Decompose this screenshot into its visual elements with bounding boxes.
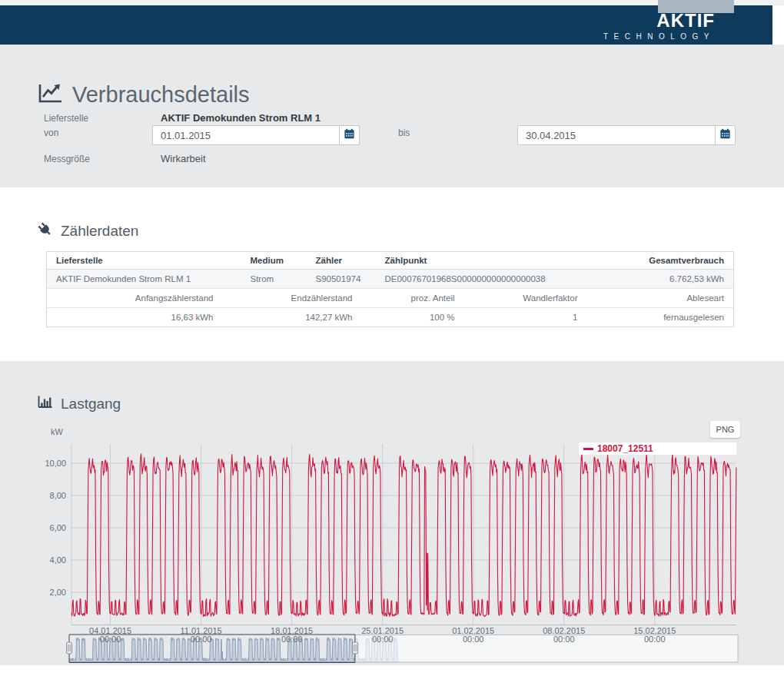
col-lieferstelle: Lieferstelle — [47, 252, 241, 270]
meter-table-subdata-row: 16,63 kWh 142,27 kWh 100 % 1 fernausgele… — [47, 308, 734, 327]
cell-anfangszaehlerstand: 16,63 kWh — [47, 308, 241, 327]
footer-strip — [0, 665, 784, 676]
page-title-text: Verbrauchsdetails — [72, 82, 250, 108]
legend-series-label: 18007_12511 — [597, 443, 653, 454]
plug-icon — [37, 221, 53, 240]
meter-table-header-row: Lieferstelle Medium Zähler Zählpunkt Ges… — [47, 252, 734, 270]
col-endzaehlerstand: Endzählerstand — [241, 289, 376, 308]
bis-calendar-button[interactable] — [715, 125, 736, 145]
x-axis-tick-label: 15.02.201500:00 — [623, 627, 687, 644]
brand-logo: AKTIF TECHNOLOGY — [603, 12, 715, 41]
y-axis-tick-label: 6,00 — [34, 523, 66, 532]
col-anfangszaehlerstand: Anfangszählerstand — [47, 289, 241, 308]
cell-ableseart: fernausgelesen — [595, 308, 734, 327]
cell-zaehler: S90501974 — [307, 270, 376, 289]
meter-data-section: Zählerdaten Lieferstelle Medium Zähler Z… — [0, 187, 784, 361]
col-ableseart: Ableseart — [595, 289, 734, 308]
cell-lieferstelle: AKTIF Demokunden Strom RLM 1 — [47, 270, 241, 289]
y-axis-tick-label: 8,00 — [34, 491, 66, 500]
y-axis-tick-label: 2,00 — [34, 588, 66, 597]
von-date-input[interactable] — [152, 125, 339, 145]
y-axis-tick-label: 10,00 — [34, 459, 66, 468]
messgroesse-label: Messgröße — [44, 154, 90, 164]
x-axis-tick-label: 18.01.201500:00 — [260, 627, 324, 644]
bis-date-input[interactable] — [517, 125, 715, 145]
meter-table-data-row: AKTIF Demokunden Strom RLM 1 Strom S9050… — [47, 270, 734, 289]
cell-gesamtverbrauch: 6.762,53 kWh — [595, 270, 734, 289]
calendar-icon — [344, 128, 355, 142]
col-medium: Medium — [241, 252, 307, 270]
navigator-right-handle[interactable] — [352, 642, 357, 654]
chart-legend[interactable]: 18007_12511 — [579, 442, 736, 455]
col-zaehlpunkt: Zählpunkt — [376, 252, 595, 270]
line-chart-icon — [37, 81, 63, 108]
load-profile-chart: Lastgang kW PNG 18007_12511 2,004,006,00… — [0, 361, 784, 665]
cell-wandlerfaktor: 1 — [464, 308, 595, 327]
messgroesse-value: Wirkarbeit — [161, 153, 206, 164]
lieferstelle-value: AKTIF Demokunden Strom RLM 1 — [161, 112, 321, 124]
x-axis-tick-label: 08.02.201500:00 — [532, 627, 596, 644]
page-title: Verbrauchsdetails — [37, 81, 250, 108]
calendar-icon — [719, 128, 731, 142]
cell-proz-anteil: 100 % — [376, 308, 464, 327]
meter-table: Lieferstelle Medium Zähler Zählpunkt Ges… — [46, 251, 734, 327]
meter-section-title: Zählerdaten — [61, 223, 138, 240]
von-calendar-button[interactable] — [339, 125, 360, 145]
y-axis-unit-label: kW — [51, 427, 63, 436]
cell-medium: Strom — [241, 270, 307, 289]
col-gesamtverbrauch: Gesamtverbrauch — [595, 252, 734, 270]
x-axis-tick-label: 01.02.201500:00 — [441, 627, 506, 644]
brand-name: AKTIF — [603, 12, 715, 30]
navigator-left-handle[interactable] — [67, 642, 72, 654]
x-axis-tick-label: 11.01.201500:00 — [169, 627, 234, 644]
filter-section: Verbrauchsdetails Lieferstelle AKTIF Dem… — [0, 45, 784, 187]
brand-subtitle: TECHNOLOGY — [603, 32, 715, 41]
png-export-button[interactable]: PNG — [710, 421, 740, 438]
bis-label: bis — [398, 128, 410, 138]
von-label: von — [44, 128, 58, 138]
x-axis-tick-label: 25.01.201500:00 — [350, 627, 415, 644]
y-axis-tick-label: 4,00 — [34, 555, 66, 565]
col-wandlerfaktor: Wandlerfaktor — [464, 289, 595, 308]
legend-series-marker — [583, 448, 593, 450]
col-proz-anteil: proz. Anteil — [376, 289, 464, 308]
cell-zaehlpunkt: DE00076701968S000000000000000038 — [376, 270, 595, 289]
x-axis-tick-label: 04.01.201500:00 — [78, 627, 143, 644]
col-zaehler: Zähler — [307, 252, 376, 270]
cell-endzaehlerstand: 142,27 kWh — [241, 308, 376, 327]
meter-section-heading: Zählerdaten — [37, 221, 138, 240]
meter-table-subheader-row: Anfangszählerstand Endzählerstand proz. … — [47, 289, 734, 308]
lieferstelle-label: Lieferstelle — [44, 113, 88, 124]
app-header: AKTIF TECHNOLOGY — [0, 5, 772, 45]
chart-canvas — [0, 361, 784, 665]
